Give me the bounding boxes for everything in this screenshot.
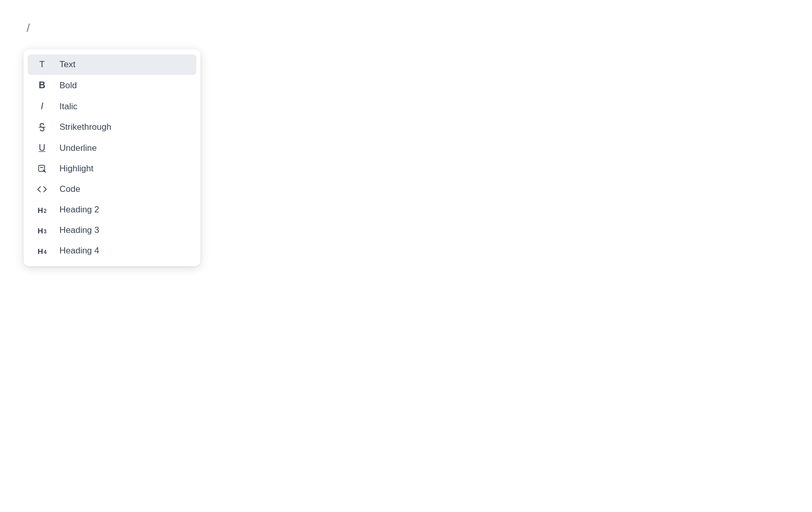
bold-icon: B	[34, 80, 50, 91]
menu-item-highlight[interactable]: Highlight	[28, 159, 196, 179]
menu-item-text[interactable]: T Text	[28, 54, 196, 75]
code-icon	[34, 184, 50, 194]
heading4-icon: H4	[34, 247, 50, 255]
text-icon: T	[34, 60, 50, 70]
menu-label-italic: Italic	[59, 102, 77, 112]
menu-label-heading3: Heading 3	[59, 225, 99, 235]
menu-item-bold[interactable]: B Bold	[28, 75, 196, 96]
menu-label-code: Code	[59, 184, 80, 194]
slash-indicator: /	[27, 22, 30, 35]
menu-label-heading2: Heading 2	[59, 205, 99, 215]
menu-item-code[interactable]: Code	[28, 179, 196, 200]
strikethrough-icon	[34, 122, 50, 132]
menu-item-heading2[interactable]: H2 Heading 2	[28, 200, 196, 220]
menu-item-italic[interactable]: I Italic	[28, 96, 196, 117]
format-dropdown-menu: T Text B Bold I Italic Strikethrough U U…	[24, 49, 200, 266]
menu-item-underline[interactable]: U Underline	[28, 137, 196, 159]
menu-label-bold: Bold	[59, 81, 77, 91]
highlight-icon	[34, 164, 50, 174]
menu-item-heading3[interactable]: H3 Heading 3	[28, 220, 196, 241]
menu-label-text: Text	[59, 60, 75, 70]
menu-label-heading4: Heading 4	[59, 246, 99, 256]
menu-label-strikethrough: Strikethrough	[59, 122, 111, 132]
underline-icon: U	[34, 143, 50, 153]
heading2-icon: H2	[34, 206, 50, 214]
heading3-icon: H3	[34, 226, 50, 235]
italic-icon: I	[34, 101, 50, 112]
menu-item-heading4[interactable]: H4 Heading 4	[28, 241, 196, 261]
menu-label-underline: Underline	[59, 143, 97, 153]
menu-item-strikethrough[interactable]: Strikethrough	[28, 117, 196, 137]
menu-label-highlight: Highlight	[59, 164, 93, 174]
